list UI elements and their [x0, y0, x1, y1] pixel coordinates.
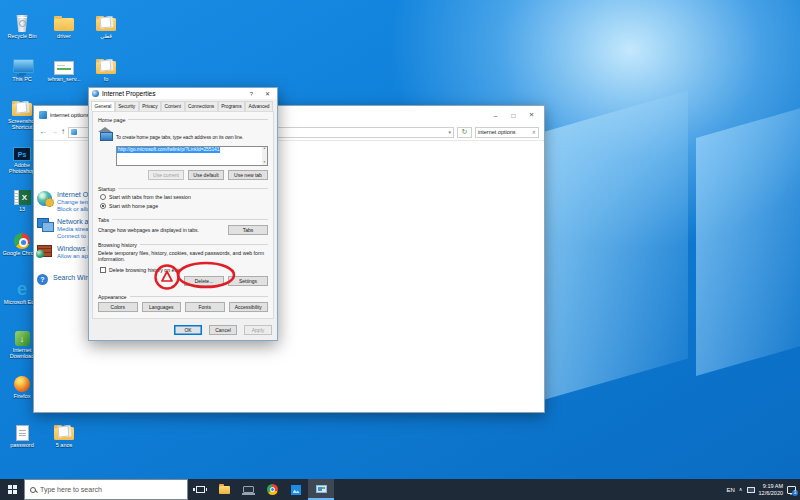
close-icon[interactable]: ✕ [261, 90, 274, 97]
desktop-icon-recycle-bin[interactable]: Recycle Bin [2, 12, 42, 39]
firefox-icon [14, 372, 30, 392]
close-button[interactable]: ✕ [524, 111, 539, 119]
desktop-icon-this-pc[interactable]: This PC [2, 55, 42, 82]
use-default-button[interactable]: Use default [188, 170, 224, 180]
recycle-bin-icon [16, 12, 29, 32]
desktop-icon-fo[interactable]: fo [86, 55, 126, 82]
address-location-icon [71, 129, 77, 135]
desktop-icon-arabic-folder[interactable]: قطى [86, 12, 126, 39]
clock[interactable]: 9:19 AM 12/6/2020 [759, 483, 783, 496]
tabs-description: Change how webpages are displayed in tab… [98, 227, 228, 233]
file-explorer-button[interactable] [212, 479, 236, 500]
appearance-group-header: Appearance [98, 294, 268, 300]
search-input[interactable]: internet options [478, 129, 530, 135]
internet-properties-icon [92, 90, 99, 97]
use-new-tab-button[interactable]: Use new tab [228, 170, 268, 180]
tab-advanced[interactable]: Advanced [245, 101, 273, 111]
use-current-button[interactable]: Use current [148, 170, 184, 180]
tabs-button[interactable]: Tabs [228, 225, 268, 235]
internet-options-icon [37, 191, 52, 206]
file-explorer-icon [219, 486, 230, 494]
start-button[interactable] [0, 479, 24, 500]
language-indicator[interactable]: EN [727, 487, 735, 493]
firewall-icon [37, 245, 52, 257]
control-panel-icon [316, 485, 327, 493]
search-icon [30, 487, 36, 493]
desktop-icon-label: password [2, 442, 42, 448]
chrome-taskbar-button[interactable] [260, 479, 284, 500]
group-divider [112, 219, 268, 220]
group-divider [140, 244, 268, 245]
browsing-history-group-header: Browsing history [98, 242, 268, 248]
wallpaper-beam [696, 106, 800, 376]
fonts-button[interactable]: Fonts [185, 302, 225, 312]
desktop-icon-tehran-serv[interactable]: tehran_serv... [44, 55, 84, 82]
colors-button[interactable]: Colors [98, 302, 138, 312]
laptop-app-button[interactable] [236, 479, 260, 500]
radio-label: Start with tabs from the last session [109, 194, 191, 200]
languages-button[interactable]: Languages [142, 302, 182, 312]
help-button[interactable]: ? [245, 91, 258, 97]
photos-taskbar-button[interactable] [284, 479, 308, 500]
folder-icon [96, 12, 116, 32]
group-label: Home page [98, 117, 125, 123]
checkbox-label: Delete browsing history on exit [109, 267, 180, 273]
group-divider [118, 188, 268, 189]
task-view-button[interactable] [188, 479, 212, 500]
tray-network-icon[interactable] [747, 487, 755, 493]
system-tray: EN ∧ 9:19 AM 12/6/2020 3 [727, 483, 800, 496]
search-box[interactable]: internet options ✕ [475, 127, 539, 138]
desktop-icon-5-anos[interactable]: 5 anos [44, 421, 84, 448]
startup-group-header: Startup [98, 186, 268, 192]
chevron-down-icon[interactable]: ▾ [448, 129, 451, 135]
dialog-titlebar[interactable]: Internet Properties ? ✕ [89, 88, 277, 99]
excel-file-icon [14, 185, 31, 205]
delete-button[interactable]: Delete... [184, 276, 224, 286]
minimize-button[interactable]: – [488, 112, 503, 119]
folder-icon [96, 55, 116, 75]
chrome-icon [14, 229, 30, 249]
group-divider [130, 296, 268, 297]
control-panel-taskbar-button[interactable] [308, 479, 334, 500]
desktop-icon-password[interactable]: password [2, 421, 42, 448]
tray-chevron-up-icon[interactable]: ∧ [739, 487, 743, 492]
clear-search-icon[interactable]: ✕ [532, 129, 536, 135]
tab-content[interactable]: Content [161, 101, 184, 111]
this-pc-icon [13, 55, 32, 75]
cancel-button[interactable]: Cancel [209, 325, 237, 335]
forward-icon[interactable]: → [50, 128, 58, 136]
photoshop-icon [13, 141, 31, 161]
up-icon[interactable]: ↑ [61, 128, 65, 136]
textarea-scrollbar[interactable]: ▲▼ [262, 147, 267, 165]
dialog-title: Internet Properties [102, 90, 242, 97]
windows-logo-icon [8, 485, 17, 494]
radio-start-with-tabs[interactable] [100, 194, 106, 200]
radio-start-with-home-page[interactable] [100, 203, 106, 209]
refresh-button[interactable]: ↻ [457, 127, 472, 138]
action-center-icon[interactable]: 3 [787, 486, 796, 494]
accessibility-button[interactable]: Accessibility [229, 302, 269, 312]
taskbar-search[interactable]: Type here to search [24, 479, 188, 500]
general-tab-page: Home page To create home page tabs, type… [92, 111, 274, 319]
tab-programs[interactable]: Programs [218, 101, 245, 111]
maximize-button[interactable]: □ [506, 112, 521, 119]
homepage-url-input[interactable]: http://go.microsoft.com/fwlink/p/?LinkId… [116, 146, 268, 166]
tab-security[interactable]: Security [115, 101, 139, 111]
search-placeholder: Type here to search [40, 486, 102, 493]
task-view-icon [196, 486, 205, 493]
back-icon[interactable]: ← [39, 128, 47, 136]
group-label: Appearance [98, 294, 127, 300]
ok-button[interactable]: OK [174, 325, 202, 335]
tab-connections[interactable]: Connections [185, 101, 218, 111]
desktop-icon-label: fo [86, 76, 126, 82]
settings-button[interactable]: Settings [228, 276, 268, 286]
desktop-icon-driver[interactable]: driver [44, 12, 84, 39]
apply-button[interactable]: Apply [244, 325, 272, 335]
tab-general[interactable]: General [91, 101, 115, 111]
checkbox-delete-history-on-exit[interactable] [100, 267, 106, 273]
help-icon [37, 274, 48, 285]
tab-privacy[interactable]: Privacy [139, 101, 161, 111]
home-page-group-header: Home page [98, 117, 268, 123]
folder-shortcut-icon [12, 97, 32, 117]
desktop-icon-label: driver [44, 33, 84, 39]
